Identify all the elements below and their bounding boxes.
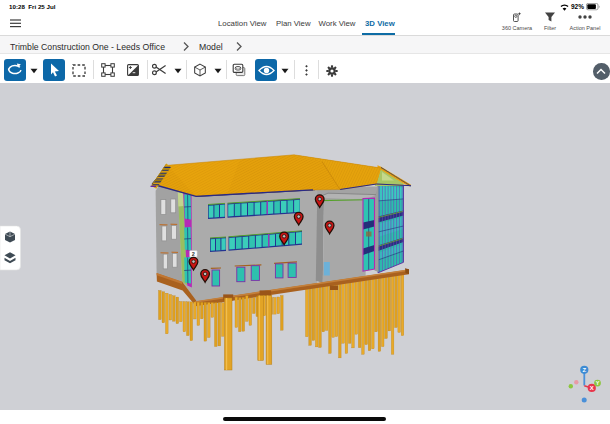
- svg-text:Y: Y: [596, 380, 600, 386]
- svg-text:Z: Z: [582, 367, 586, 373]
- svg-text:X: X: [590, 385, 594, 391]
- svg-text:2: 2: [192, 251, 195, 257]
